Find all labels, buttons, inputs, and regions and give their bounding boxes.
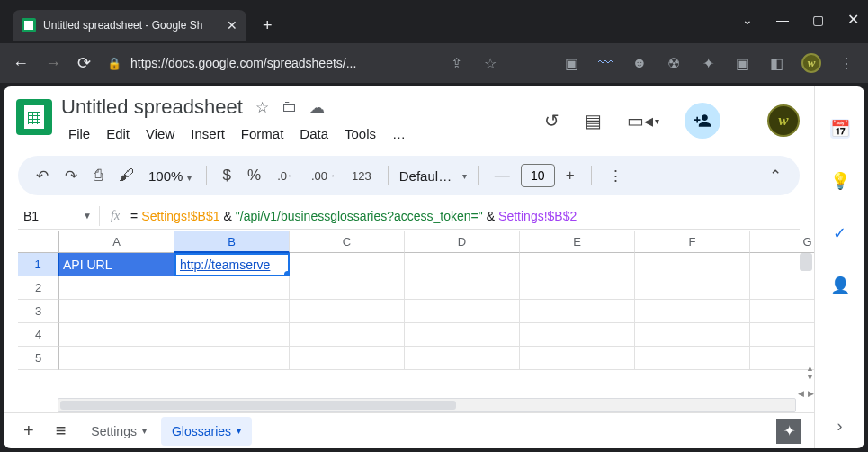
reader-icon[interactable]: ◧	[767, 54, 785, 72]
star-doc-icon[interactable]: ☆	[255, 98, 269, 117]
share-button[interactable]	[685, 103, 720, 139]
cell-C1[interactable]	[290, 253, 405, 276]
horizontal-scrollbar[interactable]	[58, 398, 796, 412]
close-window-icon[interactable]: ✕	[847, 11, 859, 28]
tasks-icon[interactable]: ✓	[830, 223, 850, 243]
row-header-1[interactable]: 1	[18, 253, 59, 276]
contacts-icon[interactable]: 👤	[830, 276, 850, 295]
profile-badge[interactable]: w	[801, 53, 821, 73]
cell-A4[interactable]	[59, 323, 174, 347]
all-sheets-button[interactable]: ≡	[49, 417, 74, 445]
select-all-corner[interactable]	[18, 231, 59, 253]
cell-E2[interactable]	[520, 276, 635, 300]
meet-icon[interactable]: ▭◂ ▾	[627, 110, 659, 131]
cell-B1[interactable]: http://teamserve	[174, 253, 290, 276]
menu-data[interactable]: Data	[292, 122, 336, 145]
cell-F2[interactable]	[635, 276, 750, 300]
column-header-D[interactable]: D	[405, 231, 520, 253]
font-size-increase[interactable]: +	[560, 163, 580, 188]
formula-input[interactable]: =Settings!$B$1 & "/api/v1/businessglossa…	[130, 209, 577, 223]
cell-D5[interactable]	[405, 347, 520, 370]
history-icon[interactable]: ↺	[544, 110, 559, 131]
side-panel-toggle-icon[interactable]: ›	[830, 416, 850, 436]
cell-B2[interactable]	[174, 276, 290, 300]
column-header-F[interactable]: F	[635, 231, 750, 253]
currency-button[interactable]: $	[218, 163, 237, 188]
zoom-select[interactable]: 100% ▾	[145, 168, 195, 184]
star-icon[interactable]: ☆	[481, 54, 499, 72]
cloud-status-icon[interactable]: ☁	[309, 98, 325, 117]
explore-button[interactable]: ✦	[776, 419, 801, 444]
cell-E3[interactable]	[520, 300, 635, 323]
cell-A2[interactable]	[59, 276, 174, 300]
cell-A5[interactable]	[59, 347, 174, 370]
menu-file[interactable]: File	[61, 122, 97, 145]
account-avatar[interactable]: w	[767, 104, 800, 137]
row-header-4[interactable]: 4	[18, 323, 59, 347]
name-box[interactable]: B1 ▼	[18, 209, 99, 223]
font-select[interactable]: Defaul…	[399, 168, 457, 184]
more-formats-button[interactable]: 123	[346, 166, 377, 186]
more-toolbar-icon[interactable]: ⋮	[603, 163, 629, 189]
ext-face-icon[interactable]: ☻	[631, 54, 649, 72]
extensions-icon[interactable]: ✦	[699, 54, 717, 72]
cell-D2[interactable]	[405, 276, 520, 300]
cell-E5[interactable]	[520, 347, 635, 370]
browser-tab[interactable]: Untitled spreadsheet - Google Sh ✕	[13, 10, 246, 41]
back-button[interactable]: ←	[13, 54, 29, 73]
minimize-icon[interactable]: —	[776, 13, 789, 27]
name-box-dropdown-icon[interactable]: ▼	[83, 211, 92, 221]
keep-icon[interactable]: 💡	[830, 171, 850, 191]
calendar-icon[interactable]: 📅	[830, 119, 850, 139]
ext-radiation-icon[interactable]: ☢	[665, 54, 683, 72]
cell-C3[interactable]	[290, 300, 405, 323]
sheet-tab-glossaries[interactable]: Glossaries▾	[161, 417, 252, 446]
cell-E4[interactable]	[520, 323, 635, 347]
row-header-5[interactable]: 5	[18, 347, 59, 370]
undo-button[interactable]: ↶	[31, 163, 54, 189]
ext-wave-icon[interactable]: 〰	[596, 54, 614, 72]
cell-F1[interactable]	[635, 253, 750, 276]
cell-F5[interactable]	[635, 347, 750, 370]
cell-D4[interactable]	[405, 323, 520, 347]
doc-title[interactable]: Untitled spreadsheet	[61, 95, 243, 119]
sheets-logo[interactable]	[16, 99, 52, 135]
reload-button[interactable]: ⟳	[77, 53, 91, 73]
close-tab-icon[interactable]: ✕	[227, 18, 237, 32]
cell-G3[interactable]	[750, 300, 814, 323]
cell-A1[interactable]: API URL	[59, 253, 174, 276]
column-header-A[interactable]: A	[59, 231, 174, 253]
cell-G2[interactable]	[750, 276, 814, 300]
lock-icon[interactable]: 🔒	[107, 57, 121, 70]
cell-F3[interactable]	[635, 300, 750, 323]
browser-menu-icon[interactable]: ⋮	[837, 54, 855, 72]
chevron-down-icon[interactable]: ⌄	[742, 13, 753, 27]
spreadsheet-grid[interactable]: ABCDEFG1API URLhttp://teamserve2345	[18, 231, 814, 370]
cell-B5[interactable]	[174, 347, 290, 370]
cell-E1[interactable]	[520, 253, 635, 276]
decrease-decimal-button[interactable]: .0←	[272, 166, 300, 186]
font-size-input[interactable]: 10	[521, 164, 555, 187]
cell-F4[interactable]	[635, 323, 750, 347]
row-header-2[interactable]: 2	[18, 276, 59, 300]
increase-decimal-button[interactable]: .00→	[306, 166, 341, 186]
paint-format-button[interactable]: 🖌	[113, 163, 139, 188]
share-page-icon[interactable]: ⇪	[447, 54, 465, 72]
cell-D3[interactable]	[405, 300, 520, 323]
add-sheet-button[interactable]: +	[16, 417, 41, 445]
column-header-G[interactable]: G	[750, 231, 814, 253]
vertical-scrollbar[interactable]	[800, 253, 812, 271]
sheet-dropdown-icon[interactable]: ▾	[142, 426, 147, 436]
ext-square-icon[interactable]: ▣	[733, 54, 751, 72]
cell-C2[interactable]	[290, 276, 405, 300]
cell-G4[interactable]	[750, 323, 814, 347]
maximize-icon[interactable]: ▢	[812, 13, 824, 27]
redo-button[interactable]: ↷	[59, 163, 83, 189]
cell-G5[interactable]	[750, 347, 814, 370]
menu-format[interactable]: Format	[234, 122, 291, 145]
comments-icon[interactable]: ▤	[585, 110, 602, 131]
sheet-dropdown-icon[interactable]: ▾	[237, 426, 241, 436]
menu-…[interactable]: …	[385, 122, 413, 145]
percent-button[interactable]: %	[242, 163, 266, 188]
cell-D1[interactable]	[405, 253, 520, 276]
